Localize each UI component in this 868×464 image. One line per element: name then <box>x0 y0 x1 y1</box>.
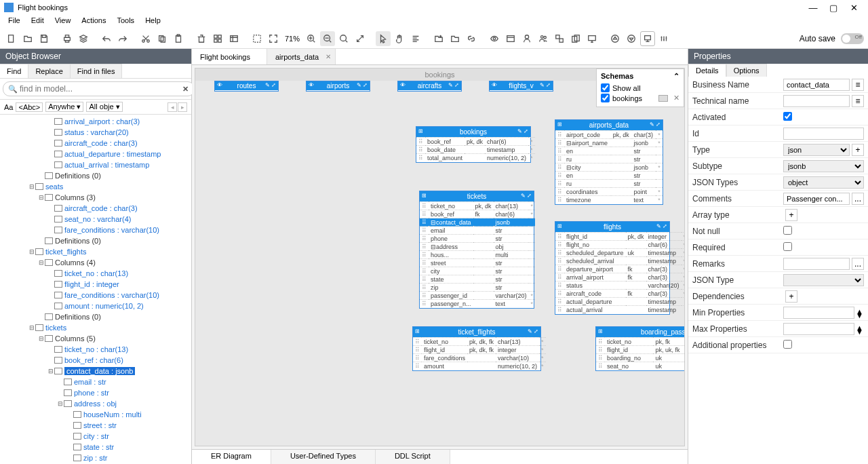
zoom-out-icon[interactable] <box>320 31 335 46</box>
prop-extra-icon[interactable]: ... <box>852 193 864 205</box>
copy-icon[interactable] <box>155 31 170 46</box>
entity-airports_data[interactable]: ⊞airports_data✎ ⤢⠿airport_codepk, dkchar… <box>555 119 663 205</box>
menu-actions[interactable]: Actions <box>76 15 111 28</box>
users-icon[interactable] <box>536 31 551 46</box>
minimize-button[interactable]: — <box>803 3 823 13</box>
link-icon[interactable] <box>464 31 479 46</box>
tree-node[interactable]: aircraft_code : char(3) <box>0 203 191 214</box>
tree-node[interactable]: fare_conditions : varchar(10) <box>0 290 191 301</box>
zoom-icon[interactable] <box>336 31 351 46</box>
tree-node[interactable]: ⊟address : obj <box>0 398 191 409</box>
prop-input[interactable] <box>783 323 854 335</box>
nav-up-icon[interactable] <box>608 31 623 46</box>
settings-icon[interactable] <box>656 31 671 46</box>
tree-node[interactable]: actual_arrival : timestamp <box>0 159 191 170</box>
open-icon[interactable] <box>20 31 35 46</box>
select-icon[interactable] <box>250 31 264 46</box>
entity-ticket_flights[interactable]: ⊞ticket_flights✎ ⤢⠿ticket_nopk, dk, fkch… <box>412 326 541 371</box>
close-tab-icon[interactable]: ✕ <box>326 53 331 60</box>
next-result-icon[interactable]: ▸ <box>178 102 187 112</box>
tree-node[interactable]: flight_id : integer <box>0 279 191 290</box>
tree-node[interactable]: ticket_no : char(13) <box>0 268 191 279</box>
monitor-icon[interactable] <box>585 31 599 46</box>
tree-node[interactable]: city : str <box>0 431 191 442</box>
prop-input[interactable] <box>783 95 850 107</box>
prop-checkbox[interactable] <box>783 226 792 235</box>
nav-down-icon[interactable] <box>624 31 639 46</box>
tree-node[interactable]: ⊟contact_data : jsonb <box>0 366 191 376</box>
folder-x-icon[interactable] <box>448 31 462 46</box>
align-icon[interactable] <box>408 31 423 46</box>
redo-icon[interactable] <box>115 31 130 46</box>
resize-icon[interactable] <box>552 31 567 46</box>
entity-routes[interactable]: 👁routes✎ ⤢ <box>214 81 279 92</box>
grid-icon[interactable] <box>210 31 225 46</box>
entity-flights[interactable]: ⊞flights✎ ⤢⠿flight_idpk, dkinteger*⠿flig… <box>555 221 670 315</box>
zoom-level[interactable]: 71% <box>282 35 302 43</box>
tree-node[interactable]: actual_departure : timestamp <box>0 149 191 159</box>
menu-tools[interactable]: Tools <box>111 15 140 28</box>
clone-icon[interactable] <box>568 31 583 46</box>
prop-input[interactable] <box>783 79 850 91</box>
object-tree[interactable]: arrival_airport : char(3)status : varcha… <box>0 115 191 464</box>
prop-extra-icon[interactable]: ≡ <box>852 95 864 107</box>
tree-node[interactable]: ⊟seats <box>0 181 191 192</box>
tree-node[interactable]: street : str <box>0 420 191 431</box>
stack-icon[interactable] <box>76 31 91 46</box>
new-file-icon[interactable] <box>4 31 19 46</box>
tree-node[interactable]: ⊟tickets <box>0 322 191 333</box>
tree-node[interactable]: seat_no : varchar(4) <box>0 214 191 225</box>
tree-node[interactable]: fare_conditions : varchar(10) <box>0 225 191 235</box>
table-icon[interactable] <box>226 31 241 46</box>
expand-icon[interactable] <box>353 31 368 46</box>
prev-result-icon[interactable]: ◂ <box>167 102 177 112</box>
tree-node[interactable]: Definitions (0) <box>0 311 191 322</box>
schema-item[interactable]: bookings✕ <box>601 94 679 102</box>
tree-node[interactable]: ⊟Columns (4) <box>0 257 191 268</box>
prop-select[interactable]: json <box>783 144 850 156</box>
anywhere-filter[interactable]: Anywhe ▾ <box>45 102 83 112</box>
schema-item[interactable]: Show all <box>601 83 679 92</box>
entity-aircrafts[interactable]: 👁aircrafts✎ ⤢ <box>397 81 462 92</box>
prop-select[interactable] <box>783 274 864 286</box>
case-filter[interactable]: Aa <box>4 103 13 111</box>
bottom-tab[interactable]: ER Diagram <box>192 450 271 464</box>
prop-input[interactable] <box>783 128 864 140</box>
tree-node[interactable]: email : str <box>0 376 191 387</box>
eye-icon[interactable] <box>487 31 502 46</box>
prop-input[interactable] <box>783 193 850 205</box>
prop-extra-icon[interactable]: + <box>852 144 864 156</box>
search-tab-replace[interactable]: Replace <box>28 64 70 78</box>
entity-boarding_passes[interactable]: ⊞boarding_passes✎ ⤢⠿ticket_nopk, fkchar(… <box>595 326 685 371</box>
zoom-in-icon[interactable] <box>304 31 319 46</box>
delete-icon[interactable] <box>194 31 209 46</box>
user-icon[interactable] <box>519 31 534 46</box>
fullscreen-icon[interactable] <box>266 31 281 46</box>
add-icon[interactable]: + <box>785 290 797 303</box>
add-icon[interactable]: + <box>785 209 797 221</box>
prop-tab-details[interactable]: Details <box>688 64 726 77</box>
prop-input[interactable] <box>783 307 854 319</box>
prop-extra-icon[interactable]: ≡ <box>852 79 864 91</box>
tree-node[interactable]: houseNum : multi <box>0 409 191 420</box>
prop-input[interactable] <box>783 258 850 270</box>
prop-checkbox[interactable] <box>783 112 792 121</box>
search-input[interactable] <box>3 81 195 96</box>
search-tab-find[interactable]: Find <box>0 64 28 78</box>
pointer-icon[interactable] <box>376 31 391 46</box>
doc-tab[interactable]: airports_data✕ <box>267 49 336 64</box>
close-button[interactable]: ✕ <box>844 3 864 13</box>
prop-tab-options[interactable]: Options <box>726 64 767 77</box>
window-icon[interactable] <box>503 31 518 46</box>
autosave-toggle[interactable]: Off <box>841 33 864 44</box>
tree-node[interactable]: zip : str <box>0 452 191 463</box>
paste-icon[interactable] <box>171 31 186 46</box>
tree-node[interactable]: amount : numeric(10, 2) <box>0 301 191 311</box>
menu-edit[interactable]: Edit <box>26 15 50 28</box>
maximize-button[interactable]: ▢ <box>823 3 844 13</box>
hand-icon[interactable] <box>392 31 407 46</box>
tree-node[interactable]: status : varchar(20) <box>0 127 191 138</box>
bottom-tab[interactable]: User-Defined Types <box>271 450 376 464</box>
tree-node[interactable]: Definitions (0) <box>0 170 191 181</box>
menu-view[interactable]: View <box>50 15 77 28</box>
